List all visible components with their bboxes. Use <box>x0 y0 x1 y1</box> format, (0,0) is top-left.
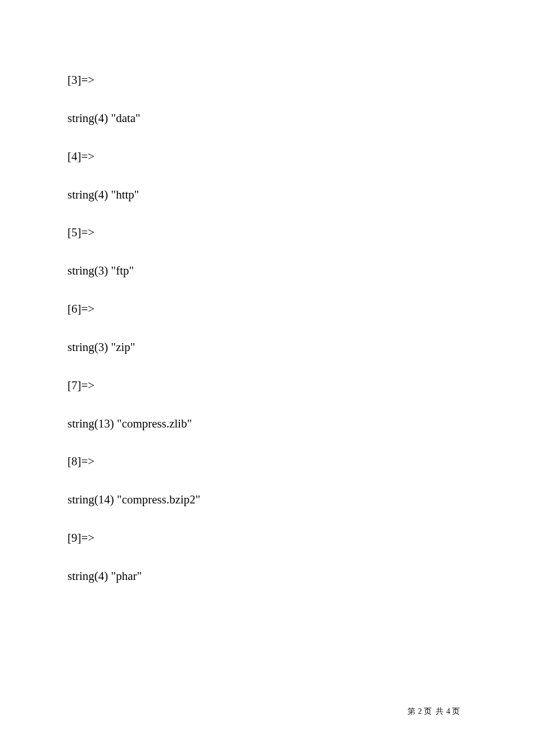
footer-suffix: 页 <box>452 707 461 716</box>
code-line: [3]=> <box>67 72 467 88</box>
code-line: string(13) "compress.zlib" <box>67 416 467 431</box>
code-line: string(14) "compress.bzip2" <box>67 492 467 507</box>
code-line: [7]=> <box>67 377 467 393</box>
code-output-block: [3]=> string(4) "data" [4]=> string(4) "… <box>67 72 467 584</box>
code-line: [5]=> <box>67 224 467 240</box>
code-line: string(3) "ftp" <box>67 263 467 278</box>
code-line: string(4) "phar" <box>67 568 467 584</box>
code-line: [4]=> <box>67 148 467 164</box>
document-page: [3]=> string(4) "data" [4]=> string(4) "… <box>0 0 534 756</box>
code-line: [6]=> <box>67 301 467 317</box>
code-line: [9]=> <box>67 530 467 546</box>
footer-mid2: 共 <box>436 707 445 716</box>
page-footer: 第2页 共4页 <box>408 706 461 717</box>
footer-total-pages: 4 <box>446 707 450 716</box>
footer-prefix: 第 <box>408 707 417 716</box>
footer-mid1: 页 <box>424 707 433 716</box>
footer-current-page: 2 <box>418 707 422 716</box>
code-line: [8]=> <box>67 453 467 469</box>
code-line: string(4) "http" <box>67 187 467 202</box>
code-line: string(4) "data" <box>67 110 467 126</box>
code-line: string(3) "zip" <box>67 339 467 355</box>
